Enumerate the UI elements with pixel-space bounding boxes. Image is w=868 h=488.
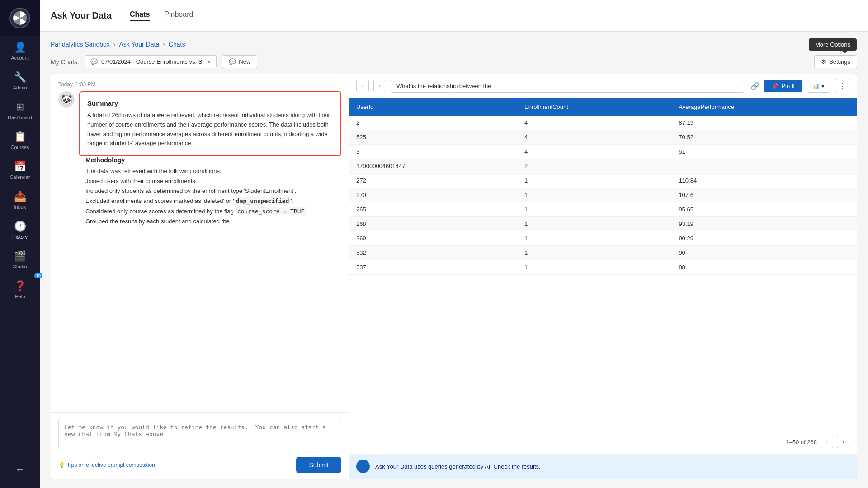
avatar-row: 🐼 Summary A total of 268 rows of data we… [58, 91, 341, 156]
chart-icon: 📊 [812, 83, 820, 89]
help-badge: 10 [34, 273, 42, 278]
sidebar-back-button[interactable]: ← [0, 458, 40, 481]
history-icon: 🕐 [14, 221, 26, 232]
sidebar-item-label: Calendar [10, 174, 30, 180]
table-header-row: UserId EnrollmentCount AveragePerformanc… [349, 98, 857, 116]
user-timestamp: Today, 1:03 PM [58, 81, 341, 88]
chart-type-button[interactable]: 📊 ▾ [807, 80, 830, 93]
breadcrumb: Pandalytics Sandbox › Ask Your Data › Ch… [51, 41, 857, 48]
methodology-section: Methodology The data was retrieved with … [58, 156, 341, 230]
sidebar-item-help[interactable]: ❓ Help 10 [0, 275, 40, 305]
sidebar-item-label: Studio [13, 264, 27, 269]
sidebar-item-calendar[interactable]: 📅 Calendar [0, 155, 40, 185]
table-cell: 1 [517, 202, 671, 217]
sidebar-item-label: Dashboard [8, 115, 32, 120]
settings-button[interactable]: ⚙ Settings More Options [814, 55, 857, 68]
new-chat-icon: 💬 [229, 58, 236, 65]
col-performance: AveragePerformance [671, 98, 857, 116]
breadcrumb-sandbox[interactable]: Pandalytics Sandbox [51, 41, 110, 48]
sidebar: 👤 Account 🔧 Admin ⊞ Dashboard 📋 Courses … [0, 0, 40, 488]
tips-link[interactable]: 💡 Tips on effective prompt composition [58, 462, 155, 468]
panels: Today, 1:03 PM 🐼 Summary A total of 268 … [51, 74, 857, 479]
logo-icon [9, 8, 30, 28]
courses-icon: 📋 [14, 131, 26, 143]
ai-notice-text: Ask Your Data uses queries generated by … [375, 463, 541, 470]
right-panel: ‹ › What is the relationship between the… [349, 74, 857, 479]
sidebar-item-label: Help [15, 294, 25, 299]
sidebar-item-label: History [12, 234, 28, 239]
new-chat-button[interactable]: 💬 New [222, 55, 257, 68]
code-dap: dap_unspecified [234, 197, 291, 205]
sidebar-item-account[interactable]: 👤 Account [0, 36, 40, 66]
table-cell: 88 [671, 260, 857, 275]
summary-title: Summary [87, 99, 333, 107]
chevron-down-icon: ▾ [208, 58, 211, 65]
table-cell [671, 159, 857, 174]
submit-button[interactable]: Submit [296, 457, 341, 473]
data-table: UserId EnrollmentCount AveragePerformanc… [349, 98, 857, 275]
pin-it-button[interactable]: 📌 Pin It [764, 80, 802, 92]
sidebar-item-inbox[interactable]: 📥 Inbox [0, 185, 40, 215]
gear-icon: ⚙ [821, 58, 826, 65]
table-row: 269190.29 [349, 231, 857, 246]
sidebar-item-label: Admin [13, 85, 27, 90]
table-cell: 268 [349, 217, 517, 231]
sidebar-item-dashboard[interactable]: ⊞ Dashboard [0, 96, 40, 126]
table-cell: 1 [517, 174, 671, 188]
table-cell: 270 [349, 188, 517, 202]
studio-icon: 🎬 [14, 250, 26, 262]
sidebar-item-studio[interactable]: 🎬 Studio [0, 245, 40, 275]
account-icon: 👤 [14, 42, 26, 53]
attach-icon[interactable]: 🔗 [750, 82, 760, 90]
prev-arrow-button[interactable]: ‹ [356, 80, 369, 92]
tab-pinboard[interactable]: Pinboard [164, 10, 193, 21]
table-cell: 90 [671, 246, 857, 260]
pagination: 1–50 of 268 ‹ › [349, 430, 857, 454]
settings-label: Settings [829, 58, 850, 65]
sidebar-item-label: Inbox [14, 204, 26, 210]
my-chats-label: My Chats: [51, 58, 79, 66]
table-cell: 272 [349, 174, 517, 188]
sidebar-item-admin[interactable]: 🔧 Admin [0, 66, 40, 96]
more-options-button[interactable]: ⋮ [835, 79, 849, 93]
table-cell: 3 [349, 145, 517, 159]
breadcrumb-sep1: › [113, 41, 116, 48]
pin-icon: 📌 [771, 83, 778, 89]
table-row: 265195.65 [349, 202, 857, 217]
back-icon: ← [15, 464, 25, 475]
table-cell: 265 [349, 202, 517, 217]
col-enrollment: EnrollmentCount [517, 98, 671, 116]
table-cell: 4 [517, 116, 671, 130]
chevron-down-icon: ▾ [821, 83, 825, 89]
chat-footer: 💡 Tips on effective prompt composition S… [58, 457, 341, 473]
summary-text: A total of 268 rows of data were retriev… [87, 111, 333, 148]
page-prev-button[interactable]: ‹ [821, 436, 833, 448]
tips-label: Tips on effective prompt composition [67, 462, 155, 468]
tab-chats[interactable]: Chats [130, 10, 150, 21]
table-cell: 269 [349, 231, 517, 246]
next-arrow-button[interactable]: › [373, 80, 386, 92]
info-icon: i [356, 460, 370, 473]
breadcrumb-sep2: › [163, 41, 165, 48]
dashboard-icon: ⊞ [16, 101, 24, 113]
sidebar-item-history[interactable]: 🕐 History [0, 215, 40, 245]
chat-input[interactable] [58, 418, 341, 450]
breadcrumb-ask-your-data[interactable]: Ask Your Data [119, 41, 159, 48]
methodology-title: Methodology [85, 156, 334, 164]
table-cell: 70.52 [671, 130, 857, 145]
page-next-button[interactable]: › [837, 436, 849, 448]
ai-notice: i Ask Your Data uses queries generated b… [349, 454, 857, 479]
table-cell: 1 [517, 246, 671, 260]
methodology-text: The data was retrieved with the followin… [85, 166, 334, 226]
table-cell: 1 [517, 260, 671, 275]
breadcrumb-chats[interactable]: Chats [169, 41, 185, 48]
sidebar-item-courses[interactable]: 📋 Courses [0, 126, 40, 155]
chat-selector-dropdown[interactable]: 💬 07/01/2024 - Course Enrollments vs. S … [85, 55, 217, 68]
code-score: course_score = TRUE [236, 207, 307, 215]
table-cell: 107.6 [671, 188, 857, 202]
table-cell: 1 [517, 188, 671, 202]
table-row: 2721110.84 [349, 174, 857, 188]
table-cell: 93.19 [671, 217, 857, 231]
table-row: 2487.19 [349, 116, 857, 130]
avatar: 🐼 [58, 91, 75, 108]
